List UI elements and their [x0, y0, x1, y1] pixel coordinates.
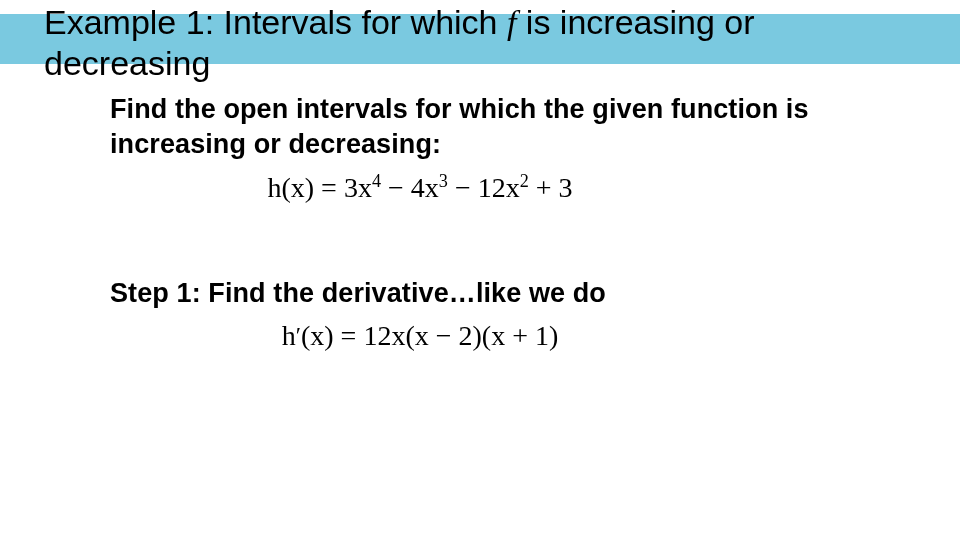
fn-exp0: 4: [372, 171, 381, 191]
equals-sign-2: =: [341, 320, 364, 351]
step-1: Step 1: Find the derivative…like we do h…: [110, 278, 830, 356]
equals-sign: =: [321, 172, 344, 203]
fn-exp2: 2: [520, 171, 529, 191]
step-1-label: Step 1: Find the derivative…like we do: [110, 278, 830, 309]
deriv-rhs: 12x(x − 2)(x + 1): [363, 320, 558, 351]
function-equation: h(x) = 3x4 − 4x3 − 12x2 + 3: [140, 168, 700, 208]
fn-lhs: h(x): [267, 172, 314, 203]
title-italic-f: f: [507, 4, 516, 41]
fn-term2: − 12x: [448, 172, 520, 203]
content-area: Find the open intervals for which the gi…: [110, 92, 830, 356]
problem-prompt: Find the open intervals for which the gi…: [110, 92, 830, 162]
fn-term3: + 3: [529, 172, 573, 203]
fn-exp1: 3: [439, 171, 448, 191]
fn-term1: − 4x: [381, 172, 439, 203]
title-prefix: Example 1: Intervals for which: [44, 3, 507, 41]
fn-term0: 3x: [344, 172, 372, 203]
deriv-lhs: h′(x): [282, 320, 334, 351]
derivative-equation: h′(x) = 12x(x − 2)(x + 1): [140, 315, 700, 356]
slide-stage: Example 1: Intervals for which f is incr…: [0, 0, 960, 540]
slide-title: Example 1: Intervals for which f is incr…: [44, 2, 924, 83]
